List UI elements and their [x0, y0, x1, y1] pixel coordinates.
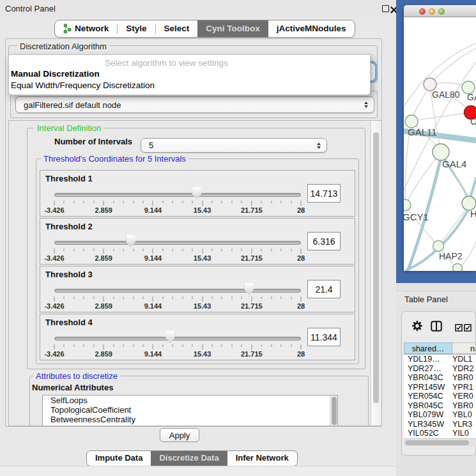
- tab-jactivemnodules[interactable]: jActiveMNodules: [268, 20, 355, 37]
- tab-label: Network: [75, 21, 109, 36]
- number-of-intervals-spinner[interactable]: 5: [141, 138, 327, 153]
- close-window-icon[interactable]: [419, 8, 426, 15]
- slider-tick-labels: -3.4262.8599.14415.4321.71528: [54, 350, 301, 358]
- table-cell: YBL0: [452, 410, 476, 420]
- slider-tick-labels: -3.4262.8599.14415.4321.71528: [54, 254, 301, 262]
- table-hscrollbar[interactable]: [404, 438, 476, 447]
- table-cell: YER0: [452, 392, 476, 401]
- control-panel-title-bar: Control Panel: [0, 0, 396, 17]
- threshold-value-field[interactable]: 21.4: [307, 280, 341, 298]
- table-row[interactable]: YER054CYER0: [404, 392, 476, 401]
- table-row[interactable]: YBR043CYBR0: [404, 373, 476, 383]
- attribute-item-selfloops[interactable]: SelfLoops: [43, 395, 337, 405]
- tab-label: jActiveMNodules: [277, 21, 346, 36]
- threshold-value-field[interactable]: 11.344: [307, 328, 341, 346]
- attribute-item-topologicalcoefficient[interactable]: TopologicalCoefficient: [43, 405, 337, 415]
- tab-label: Select: [164, 21, 190, 36]
- table-row[interactable]: YDR27…YDR2: [404, 364, 476, 374]
- table-data-combobox[interactable]: galFiltered.sif default node: [15, 96, 374, 113]
- slider-ticks: [54, 296, 301, 302]
- table-row[interactable]: YBL079WYBL0: [404, 410, 476, 420]
- number-of-intervals-label: Number of Intervals: [54, 137, 132, 146]
- split-view-icon[interactable]: [431, 321, 442, 334]
- node-label: GAL80: [432, 89, 460, 100]
- table-cell: YBR043C: [404, 373, 452, 383]
- list-scrollbar[interactable]: [330, 395, 337, 426]
- column-header-1[interactable]: shared…: [404, 342, 452, 354]
- table-cell: YBR045C: [404, 401, 452, 411]
- tab-label: Style: [126, 21, 146, 36]
- slider-rail: [54, 187, 301, 200]
- bottom-strip: [0, 466, 396, 476]
- checkbox-checked-icon[interactable]: [455, 323, 463, 334]
- table-row[interactable]: YBR045CYBR0: [404, 401, 476, 411]
- minimize-window-icon[interactable]: [429, 8, 435, 15]
- stepper-arrows-icon: [317, 142, 321, 149]
- float-window-icon[interactable]: [382, 5, 389, 12]
- node-label: H: [470, 208, 476, 219]
- network-node-gal11[interactable]: [405, 115, 418, 128]
- slider-rail: [54, 283, 301, 296]
- table-cell: YER054C: [404, 392, 452, 401]
- dropdown-option-manual-discretization[interactable]: Manual Discretization: [9, 68, 370, 80]
- node-label: HAP2: [439, 251, 463, 261]
- attribute-item-betweennesscentrality[interactable]: BetweennessCentrality: [43, 415, 337, 424]
- table-cell: YIL052C: [404, 429, 452, 438]
- slider-thumb[interactable]: [244, 283, 254, 295]
- table-row[interactable]: YLR345WYLR3: [404, 420, 476, 429]
- slider-thumb[interactable]: [165, 331, 175, 343]
- table-row[interactable]: YDL19…YDL1: [404, 355, 476, 364]
- table-cell: YLR3: [452, 420, 476, 429]
- checkbox-checked-icon[interactable]: [464, 323, 472, 334]
- zoom-window-icon[interactable]: [438, 8, 445, 15]
- interval-definition-label: Interval Definition: [35, 124, 104, 132]
- table-panel-titlebar: Table Panel: [396, 291, 476, 307]
- table-row[interactable]: YPR145WYPR1: [404, 383, 476, 392]
- table-header: shared…na: [404, 342, 476, 355]
- table-cell: YDR2: [452, 364, 476, 374]
- network-canvas[interactable]: GAL80GACGAL11GAL4GCY1HHAP2: [404, 17, 476, 271]
- slider-rail: [54, 331, 301, 344]
- network-node-hap2[interactable]: [433, 241, 444, 252]
- slider-rail: [54, 235, 301, 248]
- table-row[interactable]: YIL052CYIL0: [404, 429, 476, 438]
- list-scrollbar-thumb[interactable]: [332, 397, 337, 425]
- table-hscrollbar-thumb[interactable]: [405, 440, 469, 445]
- dropdown-option-equal-width-frequency-discretization[interactable]: Equal Width/Frequency Discretization: [9, 80, 370, 91]
- apply-button[interactable]: Apply: [160, 428, 199, 442]
- numerical-attributes-label: Numerical Attributes: [32, 383, 113, 392]
- settings-scrollbar-thumb[interactable]: [373, 132, 379, 403]
- table-cell: YDL19…: [404, 355, 452, 364]
- network-window-titlebar[interactable]: [404, 5, 476, 17]
- node-label: GA: [467, 92, 476, 102]
- algorithm-dropdown-popup: Select algorithm to view settings Manual…: [8, 54, 371, 95]
- cyni-mode-tabs: Impute DataDiscretize DataInfer Network: [86, 450, 298, 466]
- threshold-value-field[interactable]: 6.316: [307, 232, 341, 250]
- network-node[interactable]: [453, 264, 463, 272]
- network-view-window: GAL80GACGAL11GAL4GCY1HHAP2: [404, 5, 476, 271]
- slider-thumb[interactable]: [126, 235, 135, 247]
- threshold-value-field[interactable]: 14.713: [307, 184, 341, 203]
- settings-scrollbar[interactable]: [371, 121, 381, 426]
- slider-thumb[interactable]: [192, 187, 201, 199]
- tab-select[interactable]: Select: [156, 20, 198, 37]
- tab-style[interactable]: Style: [118, 20, 155, 37]
- slider-tick-labels: -3.4262.8599.14415.4321.71528: [54, 302, 301, 310]
- tab-impute-data[interactable]: Impute Data: [87, 451, 151, 466]
- slider-ticks: [54, 344, 301, 349]
- threshold-title: Threshold 4: [45, 318, 93, 327]
- tab-infer-network[interactable]: Infer Network: [227, 451, 297, 466]
- network-node-gcy1[interactable]: [404, 199, 411, 211]
- slider-tick-labels: -3.4262.8599.14415.4321.71528: [54, 206, 301, 214]
- tab-discretize-data[interactable]: Discretize Data: [151, 451, 227, 466]
- network-node-gal80[interactable]: [424, 78, 436, 91]
- panel-gap: [396, 283, 476, 291]
- tab-network[interactable]: Network: [55, 20, 117, 37]
- column-header-2[interactable]: na: [452, 342, 476, 354]
- panel-title: Control Panel: [5, 4, 56, 13]
- tab-cyni-toolbox[interactable]: Cyni Toolbox: [197, 20, 268, 37]
- numerical-attributes-list[interactable]: SelfLoopsTopologicalCoefficientBetweenne…: [42, 395, 338, 426]
- gear-icon[interactable]: [412, 321, 422, 334]
- table-cell: YBL079W: [404, 410, 452, 420]
- table-cell: YDR27…: [404, 364, 452, 374]
